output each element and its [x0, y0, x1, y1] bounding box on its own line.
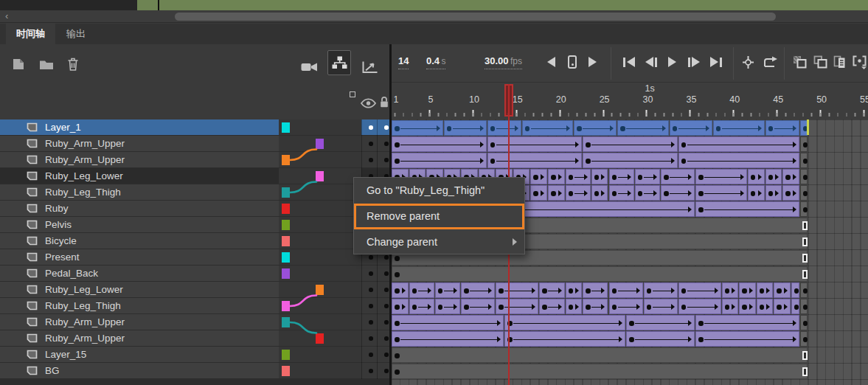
keyframe-dot[interactable] — [698, 207, 704, 212]
play-button[interactable] — [668, 55, 676, 69]
current-frame-value[interactable]: 14 — [398, 55, 409, 69]
keyframe-dot[interactable] — [490, 142, 496, 148]
layer-color-swatch[interactable] — [316, 285, 324, 295]
lock-dot[interactable] — [384, 320, 389, 325]
tween-span[interactable] — [583, 136, 678, 152]
tween-span[interactable] — [661, 185, 695, 201]
lock-dot[interactable] — [384, 125, 389, 130]
playhead-indicator-button[interactable] — [568, 55, 577, 69]
keyframe-dot[interactable] — [525, 126, 530, 131]
tween-span[interactable] — [765, 120, 799, 136]
go-to-first-frame-button[interactable] — [623, 55, 635, 69]
keyframe-dot[interactable] — [698, 175, 704, 180]
tween-span[interactable] — [678, 282, 721, 298]
tween-span[interactable] — [496, 282, 538, 298]
keyframe-dot[interactable] — [803, 191, 808, 196]
layer-name-cell[interactable]: Ruby_Leg_Thigh — [0, 298, 279, 313]
keyframe-dot[interactable] — [594, 175, 600, 180]
layer-color-swatch[interactable] — [282, 220, 290, 230]
tween-span[interactable] — [583, 282, 608, 298]
visibility-dot[interactable] — [369, 255, 373, 260]
keyframe-dot[interactable] — [785, 191, 791, 196]
keyframe-dot[interactable] — [395, 288, 400, 294]
lock-dot[interactable] — [384, 271, 389, 276]
go-to-last-frame-button[interactable] — [710, 55, 722, 69]
keyframe-dot[interactable] — [586, 159, 591, 164]
scroll-left-chevron-icon[interactable]: ‹ — [5, 10, 8, 22]
visibility-column-header-icon[interactable] — [361, 98, 376, 111]
keyframe-dot[interactable] — [586, 142, 591, 148]
tween-span[interactable] — [626, 315, 695, 330]
parenting-cell[interactable] — [279, 249, 361, 265]
tween-span[interactable] — [609, 299, 643, 314]
keyframe-dot[interactable] — [629, 337, 634, 342]
keyframe-dot[interactable] — [760, 288, 765, 294]
tween-span[interactable] — [626, 331, 695, 347]
keyframe-dot[interactable] — [533, 175, 538, 180]
parenting-cell[interactable] — [279, 266, 361, 281]
next-keyframe-button[interactable] — [588, 55, 597, 69]
keyframe-dot[interactable] — [551, 175, 556, 180]
lock-dot[interactable] — [384, 336, 389, 341]
keyframe-dot[interactable] — [395, 337, 400, 342]
center-frame-button[interactable] — [742, 55, 754, 69]
layer-name-cell[interactable]: Ruby_Arm_Upper — [0, 314, 279, 330]
visibility-dot[interactable] — [369, 336, 373, 341]
layer-row[interactable]: Layer_15 — [0, 347, 391, 363]
tween-span[interactable] — [782, 185, 799, 201]
tween-span[interactable] — [487, 120, 521, 136]
layer-row[interactable]: Ruby_Arm_Upper — [0, 330, 391, 347]
keyframe-dot[interactable] — [794, 288, 799, 294]
tween-span[interactable] — [583, 153, 678, 168]
tween-span[interactable] — [444, 120, 487, 136]
new-layer-button[interactable] — [9, 55, 28, 74]
end-keyframe-cell[interactable] — [800, 185, 808, 201]
scrollbar-thumb[interactable] — [175, 13, 776, 21]
keyframe-dot[interactable] — [620, 126, 625, 131]
tween-span[interactable] — [504, 315, 625, 330]
parenting-cell[interactable] — [279, 119, 361, 135]
layer-row[interactable]: Layer_1 — [0, 119, 391, 136]
layer-color-swatch[interactable] — [282, 155, 290, 165]
keyframe-dot[interactable] — [664, 191, 669, 196]
show-parenting-view-button[interactable] — [327, 50, 351, 75]
layer-color-swatch[interactable] — [316, 171, 324, 181]
visibility-dot[interactable] — [369, 320, 373, 325]
visibility-dot[interactable] — [369, 271, 373, 276]
keyframe-dot[interactable] — [464, 305, 469, 310]
tween-span[interactable] — [392, 299, 409, 314]
keyframe-dot[interactable] — [551, 191, 556, 196]
keyframe-dot[interactable] — [542, 305, 547, 310]
delete-layer-button[interactable] — [63, 55, 83, 74]
tween-span[interactable] — [566, 299, 583, 314]
new-folder-button[interactable] — [37, 55, 56, 74]
frame-ruler[interactable]: 1s 1510152025303540455055 — [391, 83, 868, 119]
tween-span[interactable] — [566, 282, 583, 298]
lock-dot[interactable] — [384, 288, 389, 292]
tween-span[interactable] — [782, 169, 799, 184]
tween-span[interactable] — [409, 282, 434, 298]
tween-span[interactable] — [392, 331, 504, 347]
end-keyframe-cell[interactable] — [800, 315, 808, 330]
lock-dot[interactable] — [384, 255, 389, 260]
tween-span[interactable] — [695, 201, 799, 217]
tween-span[interactable] — [548, 185, 565, 201]
keyframe-dot[interactable] — [447, 126, 452, 131]
layer-name-cell[interactable]: Bicycle — [0, 233, 279, 249]
keyframe-dot[interactable] — [664, 175, 669, 180]
tween-span[interactable] — [461, 282, 495, 298]
tween-span[interactable] — [487, 136, 583, 152]
tween-span[interactable] — [609, 185, 634, 201]
edit-multiple-frames-button[interactable] — [833, 55, 847, 69]
keyframe-dot[interactable] — [586, 288, 591, 294]
keyframe-dot[interactable] — [638, 175, 643, 180]
tween-span[interactable] — [496, 299, 538, 314]
keyframe-dot[interactable] — [395, 159, 400, 164]
keyframe-dot[interactable] — [760, 305, 765, 310]
keyframe-dot[interactable] — [629, 321, 634, 326]
tween-span[interactable] — [409, 299, 434, 314]
tween-span[interactable] — [635, 169, 660, 184]
tween-span[interactable] — [435, 282, 460, 298]
keyframe-dot[interactable] — [395, 142, 400, 148]
menu-item-remove-parent[interactable]: Remove parent — [354, 204, 524, 229]
